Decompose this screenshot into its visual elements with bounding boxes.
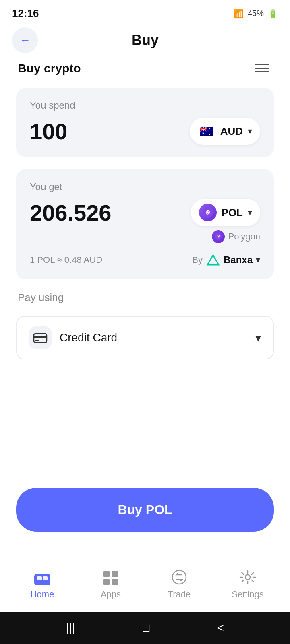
svg-point-16 bbox=[245, 575, 250, 580]
pay-using-label: Pay using bbox=[16, 291, 274, 304]
svg-rect-6 bbox=[34, 336, 47, 338]
section-title: Buy crypto bbox=[18, 62, 81, 75]
trade-nav-label: Trade bbox=[168, 589, 191, 600]
banxa-icon bbox=[206, 253, 220, 267]
buy-button[interactable]: Buy POL bbox=[16, 488, 274, 532]
menu-line-2 bbox=[255, 68, 269, 69]
svg-rect-10 bbox=[43, 576, 48, 580]
provider-selector[interactable]: By Banxa ▾ bbox=[192, 253, 260, 267]
status-bar: 12:16 📶 45% 🔋 bbox=[0, 0, 290, 24]
svg-rect-13 bbox=[103, 579, 110, 585]
spend-currency-name: AUD bbox=[220, 125, 243, 138]
trade-nav-icon bbox=[168, 568, 190, 586]
back-arrow-icon: ← bbox=[19, 34, 31, 47]
flag-emoji: 🇦🇺 bbox=[199, 125, 213, 138]
aud-flag: 🇦🇺 bbox=[198, 122, 215, 140]
svg-rect-9 bbox=[37, 576, 42, 580]
spacer bbox=[16, 372, 274, 476]
system-back-button[interactable]: < bbox=[217, 621, 224, 634]
system-menu-button[interactable]: ||| bbox=[66, 621, 75, 634]
section-header: Buy crypto bbox=[16, 61, 274, 76]
bottom-nav: Home Apps Trade bbox=[0, 560, 290, 612]
home-nav-label: Home bbox=[31, 589, 54, 600]
settings-nav-label: Settings bbox=[232, 589, 264, 600]
back-button[interactable]: ← bbox=[12, 27, 38, 53]
status-icons: 📶 45% 🔋 bbox=[234, 9, 278, 19]
main-content: Buy crypto You spend 100 🇦🇺 AUD ▾ You ge… bbox=[0, 57, 290, 560]
credit-card-icon-wrap bbox=[29, 326, 52, 349]
payment-chevron-icon: ▾ bbox=[255, 331, 261, 345]
by-label: By bbox=[192, 255, 203, 265]
menu-line-1 bbox=[255, 64, 269, 65]
apps-nav-label: Apps bbox=[101, 589, 121, 600]
get-currency-name: POL bbox=[222, 206, 243, 219]
payment-method-selector[interactable]: Credit Card ▾ bbox=[16, 316, 274, 359]
pol-icon bbox=[199, 204, 217, 221]
get-amount: 206.526 bbox=[30, 200, 111, 226]
page-title: Buy bbox=[131, 32, 159, 49]
provider-chevron-icon: ▾ bbox=[256, 255, 260, 265]
credit-card-icon bbox=[33, 332, 48, 343]
network-label-row: Polygon bbox=[30, 230, 260, 243]
svg-point-15 bbox=[172, 570, 186, 584]
get-row: 206.526 POL ▾ bbox=[30, 199, 260, 226]
get-currency-selector[interactable]: POL ▾ bbox=[191, 199, 260, 226]
spend-currency-selector[interactable]: 🇦🇺 AUD ▾ bbox=[190, 118, 260, 145]
status-time: 12:16 bbox=[12, 7, 39, 20]
payment-method-label: Credit Card bbox=[60, 331, 247, 344]
get-card: You get 206.526 POL ▾ bbox=[16, 169, 274, 279]
menu-line-3 bbox=[255, 71, 269, 72]
nav-item-settings[interactable]: Settings bbox=[228, 568, 268, 600]
wifi-icon: 📶 bbox=[234, 9, 244, 19]
svg-rect-11 bbox=[103, 571, 110, 577]
page-header: ← Buy bbox=[0, 24, 290, 57]
spend-card: You spend 100 🇦🇺 AUD ▾ bbox=[16, 88, 274, 157]
svg-rect-12 bbox=[112, 571, 118, 577]
spend-row: 100 🇦🇺 AUD ▾ bbox=[30, 118, 260, 145]
apps-nav-icon bbox=[100, 568, 122, 586]
settings-nav-icon bbox=[237, 568, 259, 586]
nav-item-apps[interactable]: Apps bbox=[91, 568, 131, 600]
exchange-rate: 1 POL ≈ 0.48 AUD bbox=[30, 255, 102, 265]
svg-point-1 bbox=[207, 211, 209, 213]
battery-icon: 🔋 bbox=[268, 9, 278, 19]
svg-rect-8 bbox=[34, 574, 50, 585]
menu-icon[interactable] bbox=[251, 61, 272, 76]
system-nav-bar: ||| □ < bbox=[0, 612, 290, 644]
spend-chevron-icon: ▾ bbox=[248, 126, 252, 136]
svg-marker-4 bbox=[207, 255, 219, 265]
system-home-button[interactable]: □ bbox=[143, 621, 149, 634]
svg-rect-7 bbox=[35, 340, 39, 341]
svg-rect-14 bbox=[112, 579, 118, 585]
svg-point-3 bbox=[218, 236, 219, 237]
get-chevron-icon: ▾ bbox=[248, 207, 252, 218]
provider-name: Banxa bbox=[224, 254, 253, 266]
home-nav-icon bbox=[31, 568, 53, 586]
spend-label: You spend bbox=[30, 100, 260, 111]
spend-amount: 100 bbox=[30, 118, 67, 144]
card-bottom-row: 1 POL ≈ 0.48 AUD By Banxa ▾ bbox=[30, 253, 260, 267]
nav-item-home[interactable]: Home bbox=[22, 568, 62, 600]
battery-level: 45% bbox=[248, 9, 264, 18]
get-label: You get bbox=[30, 181, 260, 192]
network-name: Polygon bbox=[228, 231, 260, 242]
nav-item-trade[interactable]: Trade bbox=[159, 568, 199, 600]
polygon-network-icon bbox=[212, 230, 225, 243]
